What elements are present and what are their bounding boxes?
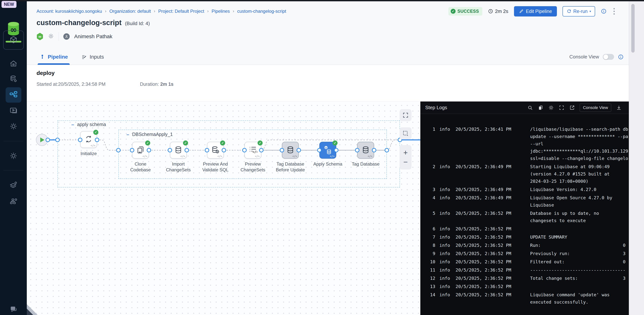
- gear-icon[interactable]: [548, 105, 554, 110]
- breadcrumb-organization[interactable]: Organization: default: [110, 8, 151, 14]
- page-title: custom-changelog-script: [36, 19, 122, 27]
- database-gear-icon: [9, 75, 18, 84]
- canvas-fit-view-button[interactable]: [400, 109, 412, 121]
- breadcrumb-pipelines[interactable]: Pipelines: [212, 8, 230, 14]
- module-selector[interactable]: [3, 30, 24, 50]
- log-line: 14info20/5/2025, 2:36:52 PMLiquibase com…: [420, 291, 629, 306]
- pencil-icon: [519, 9, 524, 14]
- gear-outline-icon: [9, 122, 18, 131]
- sidebar-item-settings[interactable]: [0, 152, 27, 161]
- person-icon: [64, 34, 69, 39]
- info-icon[interactable]: [618, 54, 624, 60]
- log-line: 8info20/5/2025, 2:36:52 PMRun: 0: [420, 242, 629, 249]
- pipeline-settings-icon[interactable]: [48, 33, 54, 40]
- breadcrumb: Account: kurosakiichigo.songoku › Organi…: [36, 8, 286, 14]
- stage-summary: deploy Started at: 20/5/2025, 2:34:58 PM…: [27, 65, 644, 102]
- window-top-strip: [0, 0, 644, 1]
- avatar: [63, 33, 70, 40]
- step-logs-panel: Step Logs Console View 1info20/5/2025, 2…: [420, 102, 629, 315]
- scrollbar-thumb[interactable]: [631, 4, 635, 52]
- log-line: 13info20/5/2025, 2:36:52 PM: [420, 283, 629, 290]
- sidebar: ∞: [0, 0, 27, 315]
- clock-icon: [488, 8, 493, 14]
- console-view-label: Console View: [569, 54, 599, 60]
- pipeline-tab-icon: [40, 54, 45, 60]
- edit-pipeline-button[interactable]: Edit Pipeline: [514, 6, 557, 16]
- step-logs-title: Step Logs: [425, 105, 447, 110]
- sidebar-item-pipelines-active[interactable]: [6, 87, 21, 103]
- more-options-menu[interactable]: [612, 7, 616, 16]
- tabs-bar: Pipeline Inputs Console View: [27, 49, 644, 65]
- info-icon[interactable]: [601, 8, 607, 14]
- breadcrumb-project[interactable]: Project: Default Project: [158, 8, 204, 14]
- stage-duration: Duration: 2m 1s: [140, 82, 174, 87]
- tab-pipeline[interactable]: Pipeline: [36, 49, 71, 65]
- pipelines-icon: [9, 90, 18, 100]
- breadcrumb-account[interactable]: Account: kurosakiichigo.songoku: [36, 8, 102, 14]
- svg-text:?: ?: [12, 307, 14, 310]
- chevron-right-icon: ›: [154, 9, 155, 14]
- check-icon: ✓: [451, 9, 456, 14]
- new-badge: NEW: [2, 1, 16, 8]
- hierarchy-gear-icon: [9, 197, 18, 206]
- cube-icon: [9, 36, 18, 45]
- build-id: (Build Id: 4): [125, 20, 150, 26]
- sidebar-divider: [3, 170, 24, 170]
- sidebar-item-home[interactable]: [0, 60, 27, 68]
- fullscreen-icon[interactable]: [559, 105, 564, 110]
- copy-icon[interactable]: [538, 105, 544, 110]
- chevron-down-icon: ▾: [590, 10, 591, 13]
- page: ∞: [0, 0, 644, 315]
- sidebar-divider: [3, 141, 24, 141]
- console-view-toggle[interactable]: [603, 54, 614, 60]
- step-logs-header: Step Logs Console View: [420, 102, 629, 114]
- sidebar-item-databases[interactable]: [0, 75, 27, 84]
- download-icon[interactable]: [616, 105, 622, 110]
- expand-panel-arrow[interactable]: [27, 309, 33, 315]
- log-line: 9info20/5/2025, 2:36:52 PMPreviously run…: [420, 250, 629, 257]
- executions-icon: [9, 106, 18, 115]
- log-line: 10info20/5/2025, 2:36:52 PMFiltered out:…: [420, 258, 629, 266]
- rerun-button[interactable]: Re-run ▾: [562, 6, 595, 16]
- tab-inputs[interactable]: Inputs: [78, 49, 107, 65]
- home-icon: [9, 60, 18, 68]
- status-badge: ✓ SUCCESS: [448, 7, 482, 16]
- layers-gear-icon: [9, 181, 18, 190]
- breadcrumb-bar: Account: kurosakiichigo.songoku › Organi…: [27, 2, 616, 20]
- canvas-select-button[interactable]: [400, 127, 412, 139]
- search-icon[interactable]: [527, 105, 533, 110]
- log-line: 3info20/5/2025, 2:36:49 PMLiquibase Vers…: [420, 186, 629, 193]
- module-badge-icon: ∞: [36, 33, 43, 40]
- stage-name: deploy: [36, 70, 55, 76]
- log-line: 7info20/5/2025, 2:36:52 PMUPDATE SUMMARY: [420, 234, 629, 241]
- page-scrollbar[interactable]: [629, 1, 644, 315]
- log-line: 2info20/5/2025, 2:36:49 PMStarting Liqui…: [420, 163, 629, 185]
- refresh-icon: [567, 9, 572, 14]
- breadcrumb-current[interactable]: custom-changelog-script: [237, 8, 286, 14]
- sidebar-item-environments[interactable]: [0, 122, 27, 131]
- log-output[interactable]: 1info20/5/2025, 2:36:41 PM/liquibase/liq…: [420, 114, 629, 315]
- canvas-zoom-controls: + −: [400, 145, 412, 170]
- author-name: Animesh Pathak: [74, 34, 112, 40]
- log-line: 11info20/5/2025, 2:36:52 PM-------------…: [420, 266, 629, 274]
- elapsed-time: 2m 2s: [488, 8, 508, 14]
- console-view-button[interactable]: Console View: [580, 104, 611, 112]
- zoom-out-button[interactable]: −: [400, 156, 412, 168]
- log-line: 5info20/5/2025, 2:36:52 PMDatabase is up…: [420, 210, 629, 224]
- sidebar-item-default-settings[interactable]: [0, 181, 27, 190]
- chevron-right-icon: ›: [207, 9, 208, 14]
- sidebar-item-governance[interactable]: [0, 197, 27, 206]
- active-tab-underline: [38, 63, 70, 65]
- inputs-tab-icon: [81, 54, 87, 60]
- pipeline-connectors: [27, 102, 420, 315]
- settings-gear-icon: [9, 152, 18, 161]
- open-in-new-icon[interactable]: [569, 105, 575, 110]
- chevron-right-icon: ›: [233, 9, 234, 14]
- sidebar-item-help[interactable]: ?: [0, 305, 27, 314]
- pipeline-canvas[interactable]: – apply schema – DBSchemaApply_1 ✓ </> ✓…: [27, 102, 420, 315]
- log-line: 12info20/5/2025, 2:36:52 PMTotal change …: [420, 275, 629, 282]
- stage-started: Started at: 20/5/2025, 2:34:58 PM: [36, 82, 106, 87]
- log-line: 1info20/5/2025, 2:36:41 PM/liquibase/liq…: [420, 126, 629, 162]
- chevron-right-icon: ›: [105, 9, 106, 14]
- sidebar-item-executions[interactable]: [0, 106, 27, 115]
